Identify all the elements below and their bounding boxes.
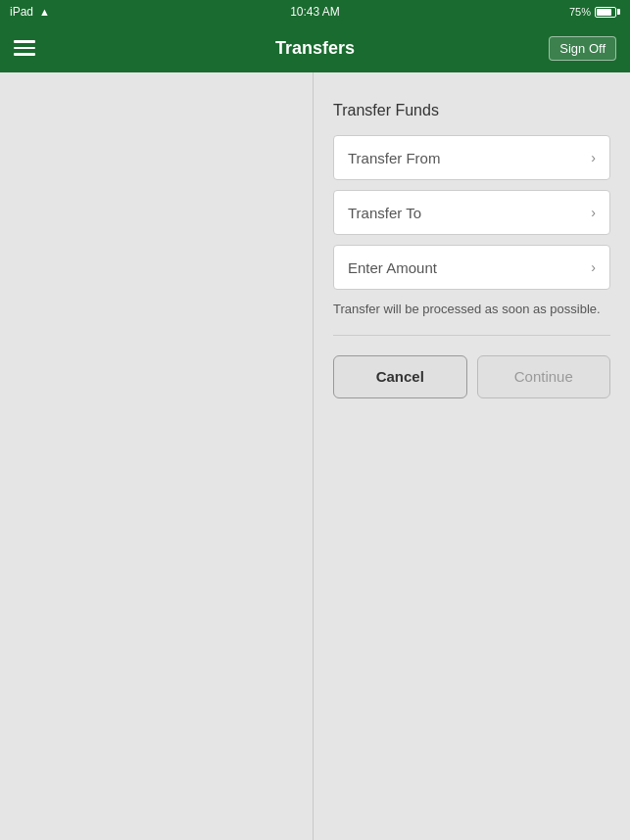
chevron-right-icon: › — [591, 205, 596, 220]
right-panel: Transfer Funds Transfer From › Transfer … — [314, 72, 630, 840]
info-text: Transfer will be processed as soon as po… — [333, 300, 610, 319]
battery-icon — [595, 7, 620, 18]
status-bar: iPad ▲︎ 10:43 AM 75% — [0, 0, 630, 23]
sign-off-button[interactable]: Sign Off — [549, 36, 616, 61]
battery-percent: 75% — [569, 6, 591, 18]
status-right: 75% — [569, 6, 620, 18]
chevron-right-icon: › — [591, 259, 596, 275]
section-title: Transfer Funds — [333, 102, 610, 119]
cancel-button[interactable]: Cancel — [333, 355, 467, 398]
chevron-right-icon: › — [591, 150, 596, 165]
button-row: Cancel Continue — [333, 355, 610, 398]
main-layout: Transfer Funds Transfer From › Transfer … — [0, 72, 630, 840]
header: Transfers Sign Off — [0, 23, 630, 72]
transfer-from-label: Transfer From — [348, 150, 440, 166]
wifi-icon: ▲︎ — [39, 6, 50, 18]
transfer-to-label: Transfer To — [348, 205, 421, 221]
enter-amount-field[interactable]: Enter Amount › — [333, 245, 610, 290]
transfer-from-field[interactable]: Transfer From › — [333, 135, 610, 180]
status-left: iPad ▲︎ — [10, 5, 50, 19]
transfer-to-field[interactable]: Transfer To › — [333, 190, 610, 235]
left-panel — [0, 72, 314, 840]
enter-amount-label: Enter Amount — [348, 259, 437, 276]
continue-button: Continue — [477, 355, 611, 398]
divider — [333, 335, 610, 336]
menu-icon[interactable] — [14, 40, 35, 56]
status-time: 10:43 AM — [290, 5, 340, 19]
device-label: iPad — [10, 5, 33, 19]
page-title: Transfers — [275, 38, 355, 59]
